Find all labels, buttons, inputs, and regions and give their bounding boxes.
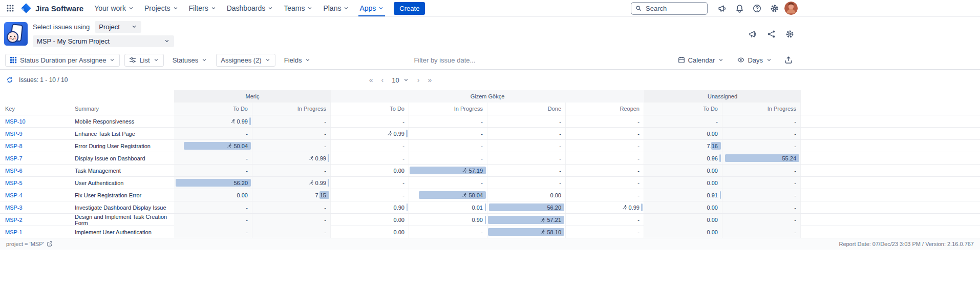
chevron-down-icon <box>173 5 179 11</box>
nav-apps[interactable]: Apps <box>355 0 389 16</box>
page-size-select[interactable]: 10 <box>392 76 409 84</box>
duration-value: 56.20 <box>233 180 248 186</box>
report-type-select[interactable]: Status Duration per Assignee <box>5 54 120 67</box>
row-filler <box>801 115 980 127</box>
issue-summary-cell: Enhance Task List Page <box>72 128 174 139</box>
duration-value: - <box>324 168 326 174</box>
assignees-filter[interactable]: Assignees (2) <box>216 54 275 67</box>
export-button[interactable] <box>781 53 796 67</box>
settings-button[interactable] <box>767 1 781 15</box>
duration-cell: - <box>174 201 252 213</box>
duration-value: - <box>794 217 796 223</box>
duration-cell: - <box>409 152 487 164</box>
issue-source-select[interactable]: Project <box>95 21 141 33</box>
project-select[interactable]: MSP - My Scrum Project <box>33 35 174 47</box>
duration-cell: - <box>722 226 801 238</box>
duration-value: - <box>559 168 561 174</box>
view-mode-select[interactable]: List <box>124 54 163 67</box>
share-button[interactable] <box>764 27 778 41</box>
duration-value: 0.00 <box>237 192 248 198</box>
status-column-header: Done <box>487 103 566 115</box>
issue-key-link[interactable]: MSP-10 <box>5 118 26 125</box>
announcements-button[interactable] <box>715 1 729 15</box>
app-switcher-grid-icon <box>6 4 14 12</box>
issue-key-link[interactable]: MSP-6 <box>5 168 23 174</box>
duration-cell: - <box>566 152 644 164</box>
refresh-button[interactable] <box>5 75 14 85</box>
duration-value: - <box>481 155 483 161</box>
duration-value: - <box>481 143 483 149</box>
duration-cell: 0.00 <box>331 226 409 238</box>
nav-projects[interactable]: Projects <box>140 0 183 16</box>
duration-cell: 0.00 <box>487 189 566 201</box>
status-column-header: In Progress <box>409 103 487 115</box>
nav-filters[interactable]: Filters <box>184 0 221 16</box>
duration-cell: - <box>566 189 644 201</box>
time-unit-select[interactable]: Days <box>733 54 776 66</box>
group-header-spacer <box>0 90 174 103</box>
statuses-filter[interactable]: Statuses <box>168 54 212 66</box>
duration-cell: 0.90 <box>331 201 409 213</box>
prev-page-button[interactable]: ‹ <box>381 76 384 84</box>
duration-cell: - <box>722 165 801 176</box>
duration-cell: - <box>722 201 801 213</box>
duration-cell: 0.00 <box>331 214 409 226</box>
issue-key-link[interactable]: MSP-7 <box>5 155 23 161</box>
user-avatar[interactable] <box>784 2 798 15</box>
duration-value: 0.00 <box>707 131 718 137</box>
issue-date-filter-input[interactable] <box>413 56 541 65</box>
first-page-button[interactable]: « <box>369 76 373 84</box>
feedback-button[interactable] <box>745 27 760 41</box>
running-status-icon <box>309 180 314 186</box>
app-switcher-button[interactable] <box>3 1 17 15</box>
chevron-down-icon <box>766 57 772 63</box>
filter-query-link[interactable]: project = 'MSP' <box>6 241 53 247</box>
nav-plans[interactable]: Plans <box>318 0 354 16</box>
running-status-icon <box>230 118 236 124</box>
nav-your-work[interactable]: Your work <box>90 0 139 16</box>
issue-key-link[interactable]: MSP-9 <box>5 131 23 137</box>
nav-dashboards[interactable]: Dashboards <box>222 0 279 16</box>
sliders-icon <box>129 56 136 64</box>
running-status-icon <box>462 168 467 173</box>
running-status-icon <box>309 155 314 161</box>
search-box[interactable] <box>631 2 708 15</box>
row-filler <box>801 201 980 213</box>
status-column-header: To Do <box>331 103 409 115</box>
calendar-select[interactable]: Calendar <box>674 54 729 66</box>
duration-value: - <box>402 143 404 149</box>
duration-bar <box>406 130 408 137</box>
help-button[interactable] <box>750 1 764 15</box>
issue-key-link[interactable]: MSP-2 <box>5 217 23 223</box>
calendar-icon <box>678 56 685 64</box>
duration-value: 0.00 <box>550 192 561 198</box>
duration-cell: - <box>644 115 722 127</box>
report-settings-button[interactable] <box>782 27 797 41</box>
fields-select[interactable]: Fields <box>280 54 315 66</box>
duration-cell: - <box>722 189 801 201</box>
key-column-header: Key <box>0 103 72 115</box>
issue-key-link[interactable]: MSP-5 <box>5 180 23 186</box>
status-column-header: To Do <box>174 103 252 115</box>
search-input[interactable] <box>645 4 703 13</box>
last-page-button[interactable]: » <box>428 76 432 84</box>
duration-cell: 0.91 <box>644 189 722 201</box>
duration-cell: - <box>331 177 409 189</box>
nav-teams[interactable]: Teams <box>279 0 317 16</box>
issue-summary-cell: Mobile Responsiveness <box>72 115 174 127</box>
issue-key-link[interactable]: MSP-8 <box>5 143 23 149</box>
next-page-button[interactable]: › <box>417 76 420 84</box>
table-row: MSP-8Error During User Registration50.04… <box>0 140 980 152</box>
issue-key-link[interactable]: MSP-3 <box>5 205 23 211</box>
duration-bar <box>249 117 251 125</box>
issue-key-link[interactable]: MSP-1 <box>5 229 23 235</box>
notifications-button[interactable] <box>732 1 747 15</box>
duration-value: - <box>481 131 483 137</box>
create-button[interactable]: Create <box>394 2 425 15</box>
duration-value: - <box>402 118 404 125</box>
jira-brand[interactable]: Jira Software <box>18 3 89 14</box>
duration-value: - <box>402 180 404 186</box>
duration-value: - <box>246 229 248 235</box>
duration-bar <box>485 203 486 211</box>
issue-key-link[interactable]: MSP-4 <box>5 192 23 198</box>
